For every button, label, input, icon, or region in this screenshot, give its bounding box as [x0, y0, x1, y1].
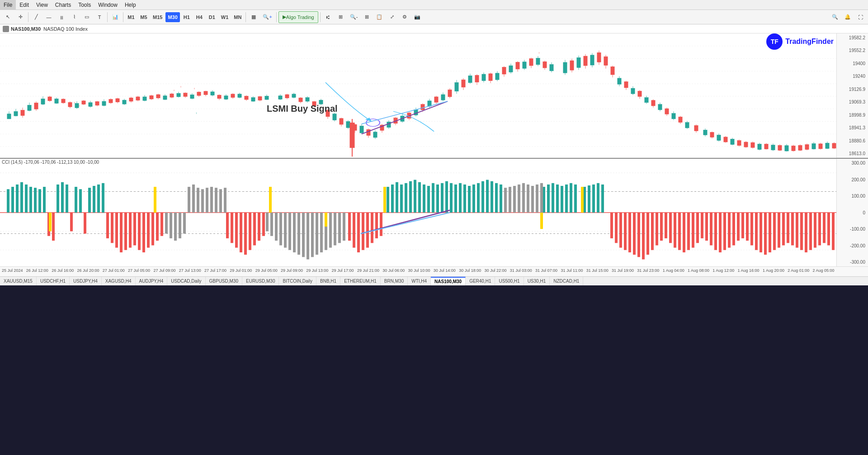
- svg-rect-155: [421, 104, 425, 110]
- svg-rect-66: [136, 97, 140, 100]
- menu-window[interactable]: Window: [94, 0, 121, 9]
- algo-trading-btn[interactable]: ▶ Algo Trading: [278, 11, 318, 23]
- svg-rect-367: [637, 213, 640, 257]
- tab-gbpusd-m30[interactable]: GBPUSD,M30: [206, 277, 242, 286]
- svg-rect-432: [297, 213, 300, 255]
- crosshair-tool[interactable]: ✛: [14, 11, 26, 23]
- line-tool[interactable]: ╱: [30, 11, 42, 23]
- data-window-btn[interactable]: 📋: [373, 11, 385, 23]
- timeframe-mn[interactable]: MN: [231, 12, 244, 22]
- svg-rect-44: [265, 96, 269, 100]
- menu-tools[interactable]: Tools: [75, 0, 94, 9]
- tab-us30-h1[interactable]: US30,H1: [524, 277, 550, 286]
- search-btn[interactable]: 🔍: [829, 11, 841, 23]
- zoom-in-btn[interactable]: 🔍+: [260, 11, 274, 23]
- tab-nas100-m30[interactable]: NAS100,M30: [431, 277, 466, 286]
- svg-rect-336: [129, 213, 132, 248]
- svg-rect-16: [41, 99, 45, 104]
- svg-rect-18: [55, 99, 58, 103]
- tab-usdcad-daily[interactable]: USDCAD,Daily: [167, 277, 205, 286]
- menu-view[interactable]: View: [33, 0, 52, 9]
- tab-eurusd-m30[interactable]: EURUSD,M30: [242, 277, 279, 286]
- tab-xauusd-m15[interactable]: XAUUSD,M15: [0, 277, 37, 286]
- indicator-btn[interactable]: ⑆: [322, 11, 334, 23]
- svg-rect-390: [741, 213, 744, 238]
- tab-ger40-h1[interactable]: GER40,H1: [466, 277, 495, 286]
- timeframe-h1[interactable]: H1: [181, 12, 193, 22]
- tab-bitcoin-daily[interactable]: BITCOIN,Daily: [279, 277, 316, 286]
- tab-brn-m30[interactable]: BRN,M30: [381, 277, 408, 286]
- cursor-tool[interactable]: ↖: [2, 11, 14, 23]
- indicator-chart[interactable]: CCI (14,5) -170,06 -170,06 -112,13 10,00…: [0, 159, 836, 266]
- timeframe-m1[interactable]: M1: [125, 12, 137, 22]
- chart-type-btn[interactable]: 📊: [109, 11, 121, 23]
- svg-rect-368: [642, 213, 645, 259]
- svg-rect-361: [610, 213, 613, 238]
- timeframe-m30[interactable]: M30: [165, 12, 179, 22]
- svg-rect-243: [778, 145, 782, 150]
- svg-rect-331: [106, 213, 109, 238]
- chart-area-btn[interactable]: ▦: [248, 11, 259, 23]
- screenshot-btn[interactable]: 📷: [411, 11, 423, 23]
- autoscroll-btn[interactable]: ⤢: [386, 11, 398, 23]
- tab-bnb-h1[interactable]: BNB,H1: [316, 277, 340, 286]
- fullscreen-btn[interactable]: ⛶: [854, 11, 866, 23]
- timeframe-h4[interactable]: H4: [193, 12, 205, 22]
- tab-ethereum-h1[interactable]: ETHEREUM,H1: [340, 277, 381, 286]
- channel-tool[interactable]: ⫼: [56, 11, 67, 23]
- svg-rect-454: [269, 187, 272, 213]
- svg-rect-307: [472, 185, 475, 213]
- svg-rect-40: [238, 94, 241, 98]
- timeframe-m15[interactable]: M15: [151, 12, 165, 22]
- zoom-out-btn[interactable]: 🔍-: [348, 11, 360, 23]
- tab-bar: XAUUSD,M15 USDCHF,H1 USDJPY,H4 XAGUSD,H4…: [0, 276, 868, 285]
- tab-xagusd-h4[interactable]: XAGUSD,H4: [102, 277, 136, 286]
- tab-usdjpy-h4[interactable]: USDJPY,H4: [70, 277, 102, 286]
- svg-rect-129: [523, 62, 526, 68]
- tab-audjpy-h4[interactable]: AUDJPY,H4: [136, 277, 168, 286]
- svg-rect-406: [814, 213, 816, 248]
- menu-file[interactable]: File: [0, 0, 16, 9]
- menu-help[interactable]: Help: [121, 0, 140, 9]
- tab-wti-h4[interactable]: WTI,H4: [408, 277, 431, 286]
- svg-rect-292: [405, 183, 407, 213]
- svg-rect-105: [360, 126, 363, 133]
- fib-tool[interactable]: ⌇: [68, 11, 80, 23]
- notifications-btn[interactable]: 🔔: [842, 11, 854, 23]
- svg-rect-283: [79, 189, 82, 213]
- svg-rect-99: [319, 100, 323, 104]
- svg-rect-435: [311, 213, 314, 257]
- text-tool[interactable]: T: [94, 11, 105, 23]
- svg-rect-446: [518, 185, 520, 213]
- svg-rect-352: [262, 213, 265, 236]
- grid-btn[interactable]: ⊞: [361, 11, 373, 23]
- tab-nzdcad-h1[interactable]: NZDCAD,H1: [550, 277, 583, 286]
- tab-us500-h1[interactable]: US500,H1: [495, 277, 524, 286]
- time-label-0: 25 Jul 2024: [2, 268, 23, 273]
- main-chart[interactable]: ↓ ↓ ↓ ↓ ↓: [0, 33, 836, 158]
- svg-text:↑: ↑: [195, 112, 198, 114]
- svg-rect-409: [827, 213, 830, 245]
- timeframe-w1[interactable]: W1: [219, 12, 231, 22]
- time-axis: 25 Jul 2024 26 Jul 12:00 26 Jul 16:00 26…: [0, 266, 868, 276]
- template-btn[interactable]: ⊞: [335, 11, 347, 23]
- svg-rect-444: [509, 187, 511, 213]
- tab-usdchf-h1[interactable]: USDCHF,H1: [37, 277, 70, 286]
- svg-rect-78: [204, 91, 208, 95]
- timeframe-m5[interactable]: M5: [138, 12, 150, 22]
- svg-text:↓: ↓: [193, 87, 195, 90]
- timeframe-d1[interactable]: D1: [206, 12, 218, 22]
- properties-btn[interactable]: ⚙: [399, 11, 410, 23]
- shape-tool[interactable]: ▭: [81, 11, 93, 23]
- svg-rect-56: [82, 101, 85, 104]
- svg-rect-441: [338, 213, 341, 243]
- menu-charts[interactable]: Charts: [52, 0, 75, 9]
- svg-rect-339: [142, 213, 145, 252]
- svg-rect-453: [154, 187, 156, 213]
- hline-tool[interactable]: —: [43, 11, 55, 23]
- menu-edit[interactable]: Edit: [16, 0, 33, 9]
- svg-rect-147: [367, 129, 370, 135]
- svg-rect-189: [672, 114, 675, 119]
- svg-rect-405: [809, 213, 812, 250]
- svg-rect-384: [714, 213, 717, 250]
